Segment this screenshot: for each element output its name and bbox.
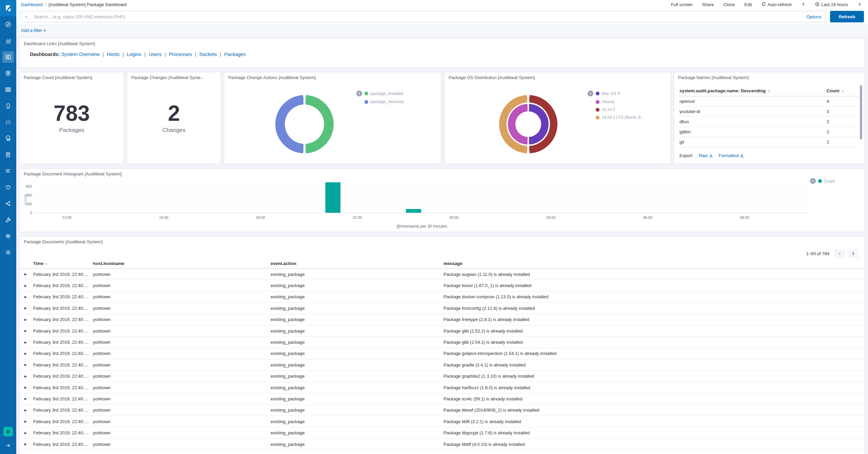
legend-dot[interactable] <box>364 100 368 104</box>
column-header-count[interactable]: Count▲▼ <box>827 88 859 93</box>
expand-row-icon[interactable]: ▶ <box>24 431 33 435</box>
table-row: ▶February 3rd 2019, 22:40:04.121yorktown… <box>20 439 865 450</box>
export-formatted-link[interactable]: Formatted <box>718 153 744 158</box>
legend-label[interactable]: Count <box>824 179 835 184</box>
legend-toggle-icon[interactable] <box>588 91 593 96</box>
donut-inner-ring[interactable] <box>508 104 549 145</box>
expand-nav-icon[interactable] <box>5 442 11 450</box>
expand-row-icon[interactable]: ▶ <box>24 329 33 333</box>
legend-toggle-icon[interactable] <box>810 178 816 184</box>
expand-row-icon[interactable]: ▶ <box>24 341 33 344</box>
dashboard-link[interactable]: Packages <box>224 52 246 57</box>
dashboard-link[interactable]: Logins <box>127 52 141 57</box>
expand-row-icon[interactable]: ▶ <box>24 386 33 389</box>
column-header-package-name[interactable]: system.audit.package.name: Descending▲▼ <box>679 88 827 93</box>
legend-label[interactable]: Mac OS X <box>601 91 620 96</box>
panel-title: Package OS Distribution [Auditbeat Syste… <box>445 72 671 80</box>
query-options-link[interactable]: Options <box>806 14 822 19</box>
dashboard-link[interactable]: Processes <box>169 52 192 57</box>
legend-label[interactable]: 10.14.2 <box>601 107 615 112</box>
sidebar-item-apm[interactable] <box>0 163 16 179</box>
expand-row-icon[interactable]: ▶ <box>24 284 33 287</box>
auto-refresh-button[interactable]: Auto-refresh <box>762 2 792 7</box>
legend-dot[interactable] <box>596 92 599 95</box>
space-badge[interactable]: D <box>3 427 13 436</box>
sidebar-item-uptime[interactable] <box>0 179 16 195</box>
sort-descending-icon[interactable]: ▼ <box>45 263 48 266</box>
sidebar-item-dev-tools[interactable] <box>0 212 16 228</box>
expand-row-icon[interactable]: ▶ <box>24 442 33 446</box>
full-screen-button[interactable]: Full screen <box>671 2 693 7</box>
expand-row-icon[interactable]: ▶ <box>24 375 33 378</box>
legend-dot[interactable] <box>364 92 368 95</box>
legend-toggle-icon[interactable] <box>356 91 362 96</box>
svg-text:15:00: 15:00 <box>159 215 169 220</box>
expand-row-icon[interactable]: ▶ <box>24 318 33 321</box>
time-range-picker[interactable]: Last 24 hours <box>815 2 848 7</box>
expand-row-icon[interactable]: ▶ <box>24 409 33 412</box>
time-range-forward-button[interactable] <box>857 2 862 7</box>
legend-label[interactable]: Ubuntu <box>601 99 615 104</box>
column-header-time[interactable]: Time▼ <box>33 261 93 266</box>
previous-page-button[interactable] <box>834 249 845 258</box>
hostname-cell: yorktown <box>93 351 271 356</box>
sidebar-item-logs[interactable] <box>0 147 16 163</box>
add-filter-button[interactable]: Add a filter + <box>21 28 46 33</box>
expand-row-icon[interactable]: ▶ <box>24 295 33 299</box>
legend-label[interactable]: package_removed <box>370 99 404 104</box>
expand-row-icon[interactable]: ▶ <box>24 272 33 276</box>
dashboard-link[interactable]: Hosts <box>107 52 119 57</box>
search-input[interactable] <box>34 14 803 19</box>
sidebar-item-monitoring[interactable] <box>0 228 16 244</box>
legend-label[interactable]: 18.04.1 LTS (Bionic B... <box>601 115 644 120</box>
legend-dot[interactable] <box>596 108 599 112</box>
expand-row-icon[interactable]: ▶ <box>24 397 33 400</box>
sidebar-item-dashboard[interactable] <box>0 49 16 65</box>
legend-dot[interactable] <box>818 179 822 183</box>
edit-button[interactable]: Edit <box>744 2 752 7</box>
message-cell: Package gradle (3.4.1) is already instal… <box>443 362 863 367</box>
legend-dot[interactable] <box>596 116 599 119</box>
export-raw-link[interactable]: Raw <box>699 153 713 158</box>
next-page-button[interactable] <box>848 249 859 258</box>
sort-icon[interactable]: ▲▼ <box>768 90 770 93</box>
donut-chart-os-distribution[interactable] <box>499 95 557 153</box>
legend-dot[interactable] <box>596 100 599 104</box>
sidebar-item-timelion[interactable] <box>0 65 16 81</box>
sort-icon[interactable]: ▲▼ <box>842 90 844 93</box>
sidebar-item-discover[interactable] <box>0 16 16 33</box>
hostname-cell: yorktown <box>93 328 271 334</box>
donut-chart-change-actions[interactable] <box>275 95 334 153</box>
breadcrumb-current: [Auditbeat System] Package Dashboard <box>48 2 127 7</box>
sidebar-item-infrastructure[interactable] <box>0 130 16 147</box>
kibana-logo[interactable] <box>0 0 16 16</box>
expand-row-icon[interactable]: ▶ <box>24 363 33 366</box>
legend-label[interactable]: package_installed <box>370 91 403 96</box>
dashboard-link[interactable]: Users <box>149 52 162 57</box>
panel-title: Package Document Histogram [Auditbeat Sy… <box>20 169 865 176</box>
histogram-chart[interactable]: 0200400600Count12:0015:0018:0021:0000:00… <box>22 176 862 230</box>
sidebar-item-maps[interactable] <box>0 98 16 114</box>
sidebar-item-graph[interactable] <box>0 195 16 212</box>
hostname-cell: yorktown <box>93 294 271 299</box>
sidebar-item-management[interactable] <box>0 244 16 261</box>
scrollbar-thumb[interactable] <box>860 85 862 139</box>
clone-button[interactable]: Clone <box>723 2 735 7</box>
sidebar-item-canvas[interactable] <box>0 81 16 98</box>
histogram-bar[interactable] <box>406 209 421 213</box>
column-header-hostname[interactable]: host.hostname <box>93 261 271 266</box>
dashboard-link[interactable]: Sockets <box>199 52 217 57</box>
dashboard-link[interactable]: System Overview <box>61 52 100 57</box>
time-range-back-button[interactable] <box>801 2 806 7</box>
breadcrumb-dashboard-link[interactable]: Dashboard <box>21 2 43 7</box>
refresh-button[interactable]: Refresh <box>830 11 864 22</box>
expand-row-icon[interactable]: ▶ <box>24 420 33 423</box>
expand-row-icon[interactable]: ▶ <box>24 306 33 310</box>
histogram-bar[interactable] <box>326 182 341 213</box>
share-button[interactable]: Share <box>702 2 714 7</box>
column-header-message[interactable]: message <box>443 261 863 266</box>
sidebar-item-machine-learning[interactable] <box>0 114 16 130</box>
expand-row-icon[interactable]: ▶ <box>24 352 33 355</box>
column-header-event-action[interactable]: event.action <box>271 261 443 266</box>
sidebar-item-visualize[interactable] <box>0 33 16 49</box>
